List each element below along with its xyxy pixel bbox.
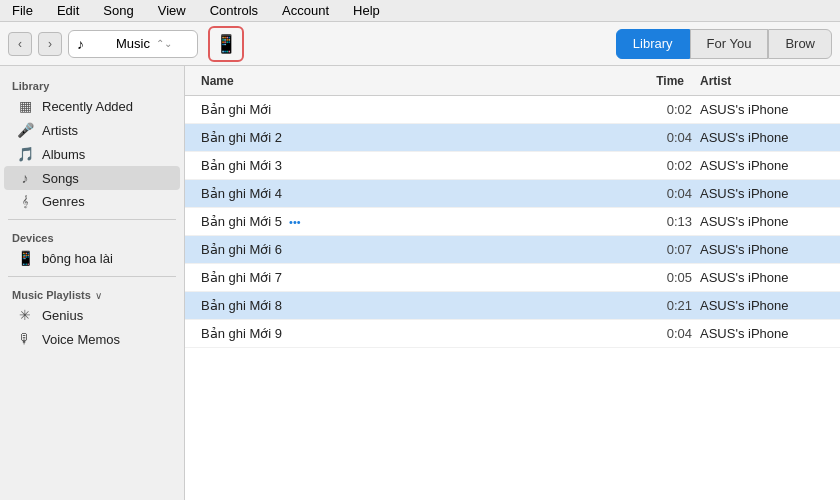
library-section-label: Library xyxy=(0,74,184,94)
music-note-icon: ♪ xyxy=(77,36,110,52)
menu-item-account[interactable]: Account xyxy=(278,1,333,20)
song-time: 0:04 xyxy=(632,130,692,145)
menu-item-controls[interactable]: Controls xyxy=(206,1,262,20)
song-time: 0:04 xyxy=(632,186,692,201)
table-row[interactable]: Bản ghi Mới 80:21ASUS's iPhone xyxy=(185,292,840,320)
music-playlists-row[interactable]: Music Playlists ∨ xyxy=(0,283,184,303)
devices-section-label: Devices xyxy=(0,226,184,246)
sidebar-label-recently-added: Recently Added xyxy=(42,99,133,114)
back-button[interactable]: ‹ xyxy=(8,32,32,56)
table-row[interactable]: Bản ghi Mới 30:02ASUS's iPhone xyxy=(185,152,840,180)
menu-item-edit[interactable]: Edit xyxy=(53,1,83,20)
genres-icon: 𝄞 xyxy=(16,195,34,208)
song-time: 0:05 xyxy=(632,270,692,285)
nav-tabs: Library For You Brow xyxy=(616,29,832,59)
menu-item-file[interactable]: File xyxy=(8,1,37,20)
table-row[interactable]: Bản ghi Mới 60:07ASUS's iPhone xyxy=(185,236,840,264)
sidebar-label-genres: Genres xyxy=(42,194,85,209)
menu-item-help[interactable]: Help xyxy=(349,1,384,20)
menu-bar: FileEditSongViewControlsAccountHelp xyxy=(0,0,840,22)
song-time: 0:13 xyxy=(632,214,692,229)
sidebar-divider-1 xyxy=(8,219,176,220)
col-header-time: Time xyxy=(632,74,692,88)
song-artist: ASUS's iPhone xyxy=(692,242,832,257)
col-header-name: Name xyxy=(193,74,632,88)
song-name: Bản ghi Mới 2 xyxy=(193,130,632,145)
sidebar-item-songs[interactable]: ♪ Songs xyxy=(4,166,180,190)
recently-added-icon: ▦ xyxy=(16,98,34,114)
song-list: Bản ghi Mới0:02ASUS's iPhoneBản ghi Mới … xyxy=(185,96,840,500)
menu-item-view[interactable]: View xyxy=(154,1,190,20)
song-name: Bản ghi Mới 8 xyxy=(193,298,632,313)
sidebar-item-genius[interactable]: ✳ Genius xyxy=(4,303,180,327)
song-name: Bản ghi Mới 3 xyxy=(193,158,632,173)
song-name: Bản ghi Mới 7 xyxy=(193,270,632,285)
song-time: 0:21 xyxy=(632,298,692,313)
sidebar-label-artists: Artists xyxy=(42,123,78,138)
col-header-artist: Artist xyxy=(692,74,832,88)
songs-icon: ♪ xyxy=(16,170,34,186)
sidebar-item-device[interactable]: 📱 bông hoa lài xyxy=(4,246,180,270)
song-name: Bản ghi Mới xyxy=(193,102,632,117)
phone-icon: 📱 xyxy=(215,33,237,55)
song-time: 0:07 xyxy=(632,242,692,257)
song-time: 0:04 xyxy=(632,326,692,341)
table-row[interactable]: Bản ghi Mới0:02ASUS's iPhone xyxy=(185,96,840,124)
menu-item-song[interactable]: Song xyxy=(99,1,137,20)
sidebar-item-albums[interactable]: 🎵 Albums xyxy=(4,142,180,166)
albums-icon: 🎵 xyxy=(16,146,34,162)
music-playlists-label: Music Playlists xyxy=(12,289,91,301)
sidebar-label-device: bông hoa lài xyxy=(42,251,113,266)
chevron-down-icon: ∨ xyxy=(95,290,102,301)
content-area: Name Time Artist Bản ghi Mới0:02ASUS's i… xyxy=(185,66,840,500)
sidebar-item-genres[interactable]: 𝄞 Genres xyxy=(4,190,180,213)
content-header: Name Time Artist xyxy=(185,66,840,96)
song-artist: ASUS's iPhone xyxy=(692,186,832,201)
song-name: Bản ghi Mới 5 ••• xyxy=(193,214,632,229)
sidebar-item-recently-added[interactable]: ▦ Recently Added xyxy=(4,94,180,118)
song-artist: ASUS's iPhone xyxy=(692,102,832,117)
arrows-icon: ⌃⌄ xyxy=(156,38,189,49)
sidebar-label-songs: Songs xyxy=(42,171,79,186)
table-row[interactable]: Bản ghi Mới 70:05ASUS's iPhone xyxy=(185,264,840,292)
song-artist: ASUS's iPhone xyxy=(692,298,832,313)
device-icon: 📱 xyxy=(16,250,34,266)
song-name: Bản ghi Mới 4 xyxy=(193,186,632,201)
table-row[interactable]: Bản ghi Mới 20:04ASUS's iPhone xyxy=(185,124,840,152)
forward-button[interactable]: › xyxy=(38,32,62,56)
tab-library[interactable]: Library xyxy=(616,29,690,59)
song-artist: ASUS's iPhone xyxy=(692,214,832,229)
song-time: 0:02 xyxy=(632,102,692,117)
song-name: Bản ghi Mới 9 xyxy=(193,326,632,341)
song-time: 0:02 xyxy=(632,158,692,173)
source-label: Music xyxy=(116,36,150,51)
sidebar-label-voice-memos: Voice Memos xyxy=(42,332,120,347)
table-row[interactable]: Bản ghi Mới 5 •••0:13ASUS's iPhone xyxy=(185,208,840,236)
tab-for-you[interactable]: For You xyxy=(690,29,769,59)
sidebar: Library ▦ Recently Added 🎤 Artists 🎵 Alb… xyxy=(0,66,185,500)
toolbar: ‹ › ♪ Music ⌃⌄ 📱 Library For You Brow xyxy=(0,22,840,66)
genius-icon: ✳ xyxy=(16,307,34,323)
main-content: Library ▦ Recently Added 🎤 Artists 🎵 Alb… xyxy=(0,66,840,500)
sidebar-divider-2 xyxy=(8,276,176,277)
song-artist: ASUS's iPhone xyxy=(692,158,832,173)
source-selector[interactable]: ♪ Music ⌃⌄ xyxy=(68,30,198,58)
sidebar-item-artists[interactable]: 🎤 Artists xyxy=(4,118,180,142)
device-button[interactable]: 📱 xyxy=(208,26,244,62)
song-artist: ASUS's iPhone xyxy=(692,130,832,145)
sidebar-item-voice-memos[interactable]: 🎙 Voice Memos xyxy=(4,327,180,351)
song-artist: ASUS's iPhone xyxy=(692,270,832,285)
table-row[interactable]: Bản ghi Mới 90:04ASUS's iPhone xyxy=(185,320,840,348)
song-artist: ASUS's iPhone xyxy=(692,326,832,341)
voice-memos-icon: 🎙 xyxy=(16,331,34,347)
sidebar-label-albums: Albums xyxy=(42,147,85,162)
artists-icon: 🎤 xyxy=(16,122,34,138)
tab-browse[interactable]: Brow xyxy=(768,29,832,59)
sidebar-label-genius: Genius xyxy=(42,308,83,323)
table-row[interactable]: Bản ghi Mới 40:04ASUS's iPhone xyxy=(185,180,840,208)
song-dots: ••• xyxy=(286,216,301,228)
song-name: Bản ghi Mới 6 xyxy=(193,242,632,257)
